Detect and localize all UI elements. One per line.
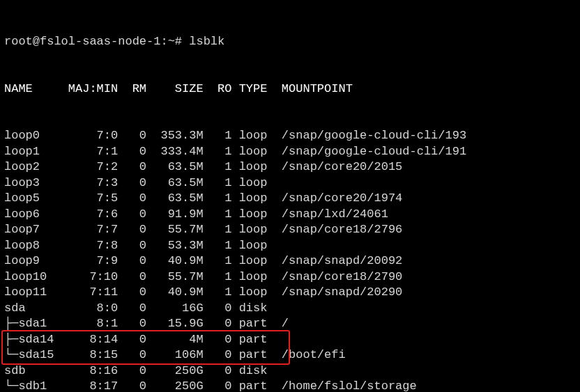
table-row: loop8 7:8 0 53.3M 1 loop (4, 238, 576, 254)
table-row: loop3 7:3 0 63.5M 1 loop (4, 175, 576, 191)
table-row: └─sda15 8:15 0 106M 0 part /boot/efi (4, 347, 576, 363)
table-row: loop0 7:0 0 353.3M 1 loop /snap/google-c… (4, 128, 576, 144)
table-row: loop9 7:9 0 40.9M 1 loop /snap/snapd/200… (4, 253, 576, 269)
table-row: loop10 7:10 0 55.7M 1 loop /snap/core18/… (4, 269, 576, 285)
table-row: loop6 7:6 0 91.9M 1 loop /snap/lxd/24061 (4, 207, 576, 223)
command-text: lsblk (189, 35, 224, 48)
table-row: ├─sda1 8:1 0 15.9G 0 part / (4, 316, 576, 332)
table-row: sdb 8:16 0 250G 0 disk (4, 363, 576, 379)
terminal-window[interactable]: root@fslol-saas-node-1:~# lsblk NAME MAJ… (0, 0, 580, 392)
lsblk-header-row: NAME MAJ:MIN RM SIZE RO TYPE MOUNTPOINT (4, 81, 576, 97)
shell-prompt: root@fslol-saas-node-1:~# (4, 35, 189, 48)
table-row: loop2 7:2 0 63.5M 1 loop /snap/core20/20… (4, 159, 576, 175)
table-row: loop1 7:1 0 333.4M 1 loop /snap/google-c… (4, 144, 576, 160)
command-line: root@fslol-saas-node-1:~# lsblk (4, 34, 576, 50)
table-row: loop7 7:7 0 55.7M 1 loop /snap/core18/27… (4, 222, 576, 238)
table-row: └─sdb1 8:17 0 250G 0 part /home/fslol/st… (4, 379, 576, 392)
table-row: sda 8:0 0 16G 0 disk (4, 301, 576, 317)
lsblk-output: loop0 7:0 0 353.3M 1 loop /snap/google-c… (4, 128, 576, 392)
table-row: loop11 7:11 0 40.9M 1 loop /snap/snapd/2… (4, 285, 576, 301)
table-row: ├─sda14 8:14 0 4M 0 part (4, 332, 576, 348)
table-row: loop5 7:5 0 63.5M 1 loop /snap/core20/19… (4, 191, 576, 207)
